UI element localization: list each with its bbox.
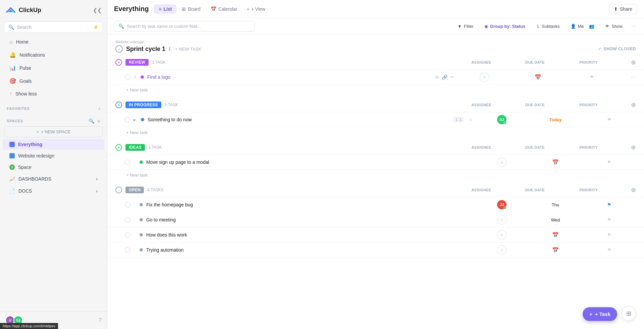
apps-button[interactable]: ⊞ (621, 306, 636, 321)
task-name[interactable]: How does this work (146, 232, 472, 238)
task-checkbox[interactable] (125, 159, 130, 165)
filter-button[interactable]: ▼ Filter (454, 22, 477, 31)
sprint-collapse-button[interactable]: ✓ (115, 45, 123, 53)
apps-grid-icon: ⊞ (626, 310, 631, 317)
task-due-date[interactable]: Wed (551, 217, 560, 222)
task-search-box[interactable]: 🔍 Search by task name or custom field... (114, 21, 255, 31)
sidebar-item-website-redesign[interactable]: Website redesign (3, 150, 104, 161)
task-priority-flag[interactable]: ⚑ (607, 217, 611, 222)
task-name[interactable]: Fix the homepage bug (146, 202, 472, 207)
lightning-icon[interactable]: ⚡ (93, 24, 99, 30)
task-assignee-avatar[interactable]: JJ (497, 200, 506, 209)
ideas-new-task-row[interactable]: + New task (107, 170, 644, 180)
spaces-expand-icon[interactable]: ∨ (97, 118, 100, 124)
sidebar-item-goals[interactable]: 🎯 Goals (3, 75, 104, 87)
task-due-date[interactable]: Today (549, 117, 561, 122)
tab-list[interactable]: ≡ List (154, 4, 176, 14)
subtasks-button[interactable]: ⇂ Subtasks (533, 22, 563, 31)
search-icon: 🔍 (8, 24, 14, 30)
task-priority-flag[interactable]: ⚑ (607, 117, 611, 122)
task-dependency-icon[interactable]: ⊕ (435, 74, 439, 80)
task-duedate-placeholder[interactable]: 📅 (552, 232, 559, 238)
sidebar-item-home[interactable]: ⌂ Home (3, 36, 104, 48)
task-duedate-placeholder[interactable]: 📅 (535, 74, 541, 80)
show-button[interactable]: 👁 Show (602, 22, 626, 31)
group-by-button[interactable]: ◉ Group by: Status (481, 22, 529, 31)
drag-handle-icon[interactable]: ⠿ (133, 75, 137, 79)
inprogress-add-col-button[interactable]: ⊕ (631, 101, 636, 109)
ideas-add-col-button[interactable]: ⊕ (631, 144, 636, 151)
me-button[interactable]: 👤 Me · 👥 (567, 22, 598, 31)
spaces-search-icon[interactable]: 🔍 (89, 118, 94, 124)
task-link-icon[interactable]: 🔗 (442, 74, 447, 80)
section-ideas-collapse[interactable]: ▾ (115, 144, 122, 151)
task-duedate-placeholder[interactable]: 📅 (552, 247, 559, 253)
task-name[interactable]: Find a logo (147, 74, 432, 80)
task-priority-flag[interactable]: ⚑ (607, 247, 611, 253)
task-assignee-placeholder[interactable]: + (480, 72, 489, 82)
task-checkbox[interactable] (125, 217, 130, 222)
sidebar-collapse-button[interactable]: ❮❮ (93, 7, 102, 13)
task-checkbox[interactable] (125, 202, 130, 207)
task-priority-flag[interactable]: ⚑ (607, 232, 611, 238)
sidebar-header: ClickUp ❮❮ (0, 0, 107, 20)
sidebar-item-everything[interactable]: Everything (3, 139, 104, 150)
sidebar-item-space[interactable]: S Space (3, 162, 104, 173)
task-name[interactable]: Go to meeting (146, 217, 472, 222)
calendar-tab-label: Calendar (218, 6, 237, 12)
inprogress-col-assignee: ASSIGNEE (465, 103, 498, 107)
task-priority-flag[interactable]: ⚑ (607, 202, 611, 207)
task-name[interactable]: Something to do now (148, 117, 449, 122)
sidebar-item-notifications[interactable]: 🔔 Notifications (3, 49, 104, 61)
help-button[interactable]: ? (99, 317, 102, 323)
show-closed-button[interactable]: ✓ SHOW CLOSED (598, 47, 636, 51)
task-name[interactable]: Move sign up page to a modal (146, 159, 472, 165)
task-row: Fix the homepage bug JJ Thu ⚑ (107, 197, 644, 212)
task-priority-flag[interactable]: ⚑ (607, 159, 611, 165)
tab-board[interactable]: ⊞ Board (177, 4, 205, 14)
task-duedate-col: 📅 (511, 74, 565, 80)
task-expand-icon[interactable]: ▶ (133, 118, 136, 122)
task-checkbox[interactable] (125, 232, 130, 238)
task-more-button[interactable]: ⋯ (631, 74, 636, 80)
section-inprogress: ▾ IN PROGRESS 1 TASK ASSIGNEE DUE DATE P… (107, 98, 644, 138)
new-task-fab[interactable]: + + Task (583, 307, 617, 321)
task-assignee-col: + (475, 245, 529, 255)
task-checkbox[interactable] (125, 247, 130, 253)
sidebar-search[interactable]: 🔍 Search ⚡ (4, 21, 103, 33)
task-due-date[interactable]: Thu (552, 202, 559, 207)
new-space-button[interactable]: + + NEW SPACE (4, 126, 103, 137)
task-assignee-placeholder[interactable]: + (497, 245, 506, 255)
task-edit-icon[interactable]: ✏ (450, 74, 454, 80)
sidebar-item-pulse[interactable]: 📊 Pulse (3, 62, 104, 74)
sidebar-item-show-less[interactable]: ↑ Show less (3, 88, 104, 100)
add-view-button[interactable]: + + View (243, 4, 269, 14)
task-assignee-placeholder[interactable]: + (497, 215, 506, 224)
subtask-badge[interactable]: ⇂ 1 (453, 117, 464, 123)
sprint-new-task-button[interactable]: + NEW TASK (175, 47, 201, 52)
task-assignee-placeholder[interactable]: + (497, 157, 506, 167)
review-new-task-row[interactable]: + New task (107, 85, 644, 95)
tab-calendar[interactable]: 📅 Calendar (206, 4, 242, 14)
task-checkbox[interactable] (125, 74, 130, 80)
section-review-collapse[interactable]: ▾ (115, 59, 122, 66)
section-open-collapse[interactable]: ○ (115, 187, 122, 193)
open-add-col-button[interactable]: ⊕ (631, 186, 636, 194)
task-checkbox[interactable] (125, 117, 130, 122)
section-inprogress-collapse[interactable]: ▾ (115, 102, 122, 108)
review-add-col-button[interactable]: ⊕ (631, 59, 636, 66)
show-less-icon: ↑ (9, 91, 12, 97)
task-priority-flag[interactable]: ⚑ (590, 74, 594, 80)
favorites-expand-icon[interactable]: › (99, 106, 100, 112)
task-assignee-placeholder[interactable]: + (497, 230, 506, 240)
sidebar-item-docs[interactable]: 📄 DOCS › (3, 185, 104, 197)
task-assignee-avatar[interactable]: SJ (497, 115, 506, 124)
task-duedate-placeholder[interactable]: 📅 (552, 159, 559, 166)
task-name[interactable]: Trying automation (146, 247, 472, 253)
inprogress-new-task-row[interactable]: + New task (107, 127, 644, 138)
more-options-button[interactable]: ⋯ (630, 22, 637, 30)
task-columns: SJ Today ⚑ (475, 115, 636, 124)
share-button[interactable]: ⬆ Share (609, 4, 637, 14)
sidebar-item-dashboards[interactable]: 📈 DASHBOARDS › (3, 173, 104, 185)
sprint-info-button[interactable]: ℹ (169, 46, 170, 52)
